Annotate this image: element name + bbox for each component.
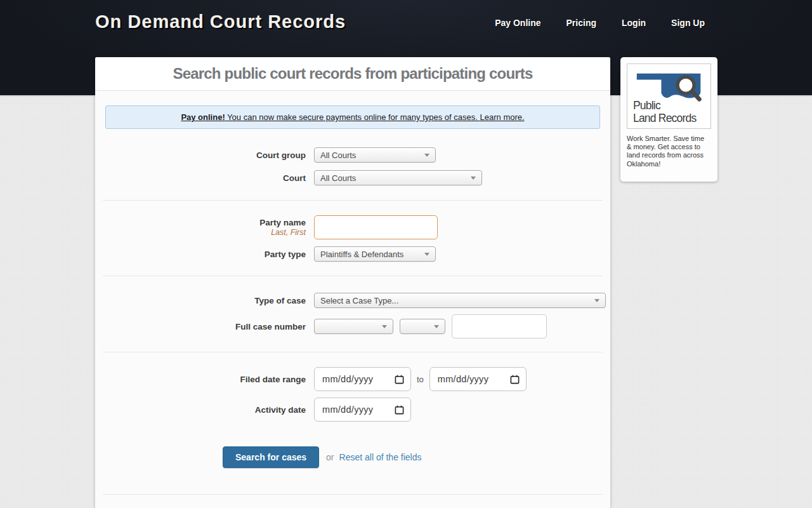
nav-pricing[interactable]: Pricing bbox=[566, 18, 596, 28]
case-number-label: Full case number bbox=[95, 322, 306, 331]
pay-online-banner: Pay online! You can now make secure paym… bbox=[105, 105, 600, 129]
chevron-down-icon bbox=[471, 177, 476, 180]
case-type-label: Type of case bbox=[95, 296, 306, 305]
section-case: Type of case Select a Case Type... Full … bbox=[95, 276, 610, 352]
nav-login[interactable]: Login bbox=[622, 18, 646, 28]
search-panel: Search public court records from partici… bbox=[95, 57, 610, 508]
top-nav: Pay Online Pricing Login Sign Up bbox=[495, 11, 705, 28]
chevron-down-icon bbox=[594, 299, 599, 302]
chevron-down-icon bbox=[424, 154, 429, 157]
form-actions: Search for cases or Reset all of the fie… bbox=[223, 446, 610, 468]
court-label: Court bbox=[95, 173, 306, 183]
chevron-down-icon bbox=[424, 253, 429, 256]
court-group-select[interactable]: All Courts bbox=[314, 147, 436, 163]
court-select[interactable]: All Courts bbox=[314, 170, 482, 185]
logo-line-2: Land Records bbox=[633, 112, 696, 125]
party-name-hint: Last, First bbox=[95, 228, 306, 237]
nav-sign-up[interactable]: Sign Up bbox=[671, 18, 705, 28]
page-title: Search public court records from partici… bbox=[95, 57, 610, 91]
banner-bold-text: Pay online! bbox=[181, 112, 225, 122]
filed-date-to-input[interactable]: mm/dd/yyyy bbox=[429, 367, 527, 391]
date-placeholder: mm/dd/yyyy bbox=[322, 404, 373, 415]
case-number-input[interactable] bbox=[452, 314, 547, 338]
case-number-year-select[interactable] bbox=[314, 319, 393, 334]
filed-date-label: Filed date range bbox=[95, 375, 306, 384]
case-type-select[interactable]: Select a Case Type... bbox=[314, 293, 606, 308]
calendar-icon[interactable] bbox=[395, 375, 404, 384]
date-placeholder: mm/dd/yyyy bbox=[322, 374, 373, 384]
activity-date-input[interactable]: mm/dd/yyyy bbox=[314, 398, 411, 422]
reset-fields-link[interactable]: Reset all of the fields bbox=[339, 452, 422, 462]
court-select-value: All Courts bbox=[320, 173, 356, 183]
filed-date-from-input[interactable]: mm/dd/yyyy bbox=[314, 367, 411, 391]
chevron-down-icon bbox=[434, 325, 439, 328]
court-group-label: Court group bbox=[95, 150, 306, 160]
pay-online-banner-link[interactable]: Pay online! You can now make secure paym… bbox=[181, 112, 524, 122]
court-group-select-value: All Courts bbox=[320, 150, 356, 160]
search-for-cases-button[interactable]: Search for cases bbox=[223, 446, 319, 468]
activity-date-label: Activity date bbox=[95, 405, 306, 415]
party-type-select[interactable]: Plaintiffs & Defendants bbox=[314, 246, 436, 262]
calendar-icon[interactable] bbox=[510, 375, 520, 384]
nav-pay-online[interactable]: Pay Online bbox=[495, 18, 540, 28]
banner-text: You can now make secure payments online … bbox=[225, 112, 480, 122]
chevron-down-icon bbox=[382, 325, 387, 328]
party-name-input[interactable] bbox=[314, 215, 438, 239]
party-name-label: Party name Last, First bbox=[95, 218, 306, 237]
section-dates: Filed date range mm/dd/yyyy to mm/dd/yyy… bbox=[95, 352, 610, 422]
date-range-separator: to bbox=[417, 375, 424, 384]
banner-learn-more-link: Learn more. bbox=[480, 112, 525, 122]
public-land-records-logo[interactable]: Public Land Records bbox=[627, 64, 711, 129]
case-number-type-select[interactable] bbox=[400, 319, 445, 334]
calendar-icon[interactable] bbox=[395, 405, 404, 415]
party-type-select-value: Plaintiffs & Defendants bbox=[320, 250, 403, 259]
section-party: Party name Last, First Party type Plaint… bbox=[95, 201, 610, 276]
or-text: or bbox=[326, 452, 334, 462]
logo-line-1: Public bbox=[633, 99, 696, 112]
public-land-records-widget: Public Land Records Work Smarter. Save t… bbox=[620, 57, 717, 182]
public-land-records-description: Work Smarter. Save time & money. Get acc… bbox=[627, 135, 707, 168]
bottom-divider bbox=[103, 494, 603, 495]
case-type-select-value: Select a Case Type... bbox=[320, 296, 398, 305]
party-type-label: Party type bbox=[95, 250, 306, 259]
public-land-records-wordmark: Public Land Records bbox=[633, 99, 696, 125]
brand-logo[interactable]: On Demand Court Records bbox=[95, 11, 346, 32]
party-name-label-text: Party name bbox=[259, 218, 306, 227]
section-courts: Court group All Courts Court All Courts bbox=[95, 129, 610, 200]
date-placeholder: mm/dd/yyyy bbox=[438, 374, 488, 384]
